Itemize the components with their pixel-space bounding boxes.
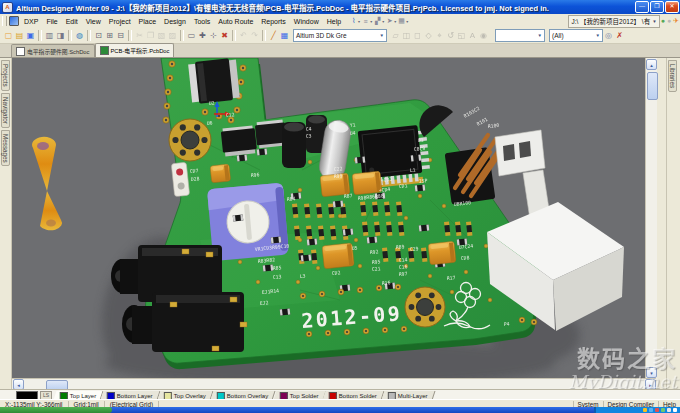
snap-crosshair-icon[interactable]: ⊹	[208, 30, 219, 42]
menu-dxp[interactable]: DXP	[20, 17, 42, 26]
layer-tab-label: Bottom Layer	[117, 392, 153, 398]
menu-edit[interactable]: Edit	[62, 17, 82, 26]
rotate-tool-icon[interactable]: ↺	[445, 30, 456, 42]
menu-place[interactable]: Place	[135, 17, 161, 26]
window-title: Altium Designer Winter 09 - J:\【我的新项目201…	[16, 2, 635, 13]
project-path-selector[interactable]: J:\ 【我的新项目2012】 \有 ▼	[568, 15, 659, 28]
tray-update-icon[interactable]	[643, 408, 647, 412]
vertical-scrollbar[interactable]: ▴ ▾	[645, 58, 657, 378]
tray-volume-icon[interactable]	[649, 408, 653, 412]
altium-dxp-icon[interactable]: ✈	[673, 17, 679, 24]
utilities-tool-icon[interactable]: ▞	[373, 17, 382, 25]
dip-ic	[188, 58, 240, 104]
menu-project[interactable]: Project	[105, 17, 135, 26]
footprint-mode-icon[interactable]: ▱	[390, 30, 401, 42]
vertical-scroll-thumb[interactable]	[647, 72, 658, 100]
print-preview-icon[interactable]: ◨	[55, 30, 66, 42]
svg-text:D28: D28	[191, 176, 200, 182]
menu-help[interactable]: Help	[323, 17, 345, 26]
menu-design[interactable]: Design	[160, 17, 190, 26]
dimension-icon[interactable]: ⌖	[434, 30, 445, 42]
zoom-fit-icon[interactable]: ⊡	[93, 30, 104, 42]
toolbar-separator	[68, 30, 72, 41]
panel-tab-libraries[interactable]: Libraries	[668, 60, 677, 92]
wiring-tool-icon[interactable]: ⌇	[349, 17, 358, 25]
minimize-button[interactable]: —	[635, 1, 649, 13]
pcb-3d-viewport[interactable]: 2012-09 U2C12U6CD7D28C4C3Y1U4C22R99+CD3+…	[0, 58, 680, 389]
panel-tab-projects[interactable]: Projects	[1, 60, 10, 91]
open-document-icon[interactable]: ▤	[14, 30, 25, 42]
polygon-pour-icon[interactable]: ◇	[423, 30, 434, 42]
tray-network-icon[interactable]	[661, 408, 665, 412]
home-page-icon[interactable]: ●	[661, 17, 665, 24]
select-area-icon[interactable]: ▭	[186, 30, 197, 42]
board-insight-icon[interactable]: ▦	[279, 30, 290, 42]
redo-icon[interactable]: ↷	[249, 30, 260, 42]
filter-selector[interactable]: (All) ▼	[549, 29, 603, 42]
filter-value: (All)	[552, 32, 564, 39]
move-object-icon[interactable]: ✚	[197, 30, 208, 42]
mounting-hole-bottom	[405, 287, 445, 327]
toolbar-separator	[38, 30, 42, 41]
string-tool-icon[interactable]: A	[467, 30, 478, 42]
component-placement-icon[interactable]: ◫	[401, 30, 412, 42]
workspace-icon[interactable]: ●	[667, 17, 671, 24]
tray-antivirus-icon[interactable]	[655, 408, 659, 412]
menu-reports[interactable]: Reports	[257, 17, 290, 26]
navigation-tool-icon[interactable]: ➤	[385, 17, 394, 25]
browser-sphere-icon[interactable]: ◍	[74, 30, 85, 42]
document-tab-pcb[interactable]: PCB-电平指示.PcbDoc	[95, 43, 175, 57]
undo-icon[interactable]: ↶	[238, 30, 249, 42]
restore-button[interactable]: ❐	[650, 1, 664, 13]
new-document-icon[interactable]: ▢	[3, 30, 14, 42]
scroll-up-icon[interactable]: ▴	[646, 59, 657, 70]
scroll-down-icon[interactable]: ▾	[646, 367, 657, 378]
menu-view[interactable]: View	[82, 17, 105, 26]
mask-level-selector[interactable]: ▼	[495, 29, 545, 42]
room-tool-icon[interactable]: ◻	[412, 30, 423, 42]
pcb-document-icon	[100, 46, 109, 55]
clear-mask-icon[interactable]: ✗	[614, 30, 625, 42]
svg-text:U4: U4	[350, 130, 356, 136]
align-left-icon[interactable]: ◱	[456, 30, 467, 42]
duplicate-icon[interactable]: ▨	[167, 30, 178, 42]
zoom-area-icon[interactable]: ⊞	[104, 30, 115, 42]
molex-header	[495, 130, 545, 176]
dxp-menu-icon	[9, 16, 19, 26]
layer-tab-label: Top Solder	[290, 392, 319, 398]
grid-tool-icon[interactable]: ▦	[397, 17, 406, 25]
menu-window[interactable]: Window	[290, 17, 323, 26]
panel-tab-messages[interactable]: Messages	[1, 130, 10, 167]
electrolytic-cap-1	[282, 122, 306, 168]
mask-dim-icon[interactable]: ◎	[603, 30, 614, 42]
save-icon[interactable]: ▣	[25, 30, 36, 42]
menu-tools[interactable]: Tools	[190, 17, 214, 26]
menu-file[interactable]: File	[42, 17, 61, 26]
cut-icon[interactable]: ✂	[134, 30, 145, 42]
paste-icon[interactable]: ▧	[156, 30, 167, 42]
chevron-down-icon: ▾	[358, 19, 360, 24]
toolbar-icons: ▢▤▣▥◨◍⊡⊞⊟✂❐▧▨▭✚⊹✖↶↷╱▦	[3, 30, 290, 42]
view-configuration-selector[interactable]: Altium 3D Dk Gre ▼	[293, 29, 387, 42]
document-tab-sch[interactable]: 电平指示硬件图.SchDoc	[11, 44, 95, 57]
mounting-hole-top	[169, 119, 211, 161]
alignment-tool-icon[interactable]: ≡	[361, 18, 370, 25]
zoom-selected-icon[interactable]: ⊟	[115, 30, 126, 42]
interactive-routing-icon[interactable]: ╱	[268, 30, 279, 42]
svg-text:C12: C12	[226, 112, 235, 118]
project-path-label: J:\ 【我的新项目2012】 \有	[571, 16, 650, 26]
layer-tab-label: Top Layer	[70, 392, 96, 398]
print-icon[interactable]: ▥	[44, 30, 55, 42]
tray-ime-icon[interactable]	[667, 408, 671, 412]
close-button[interactable]: ✕	[665, 1, 679, 13]
svg-text:R17: R17	[447, 275, 456, 281]
copy-icon[interactable]: ❐	[145, 30, 156, 42]
tray-clock-icon[interactable]	[673, 408, 677, 412]
start-button[interactable]	[0, 407, 112, 413]
panel-tab-navigator[interactable]: Navigator	[1, 93, 10, 128]
clear-selection-icon[interactable]: ✖	[219, 30, 230, 42]
svg-text:L3: L3	[300, 273, 306, 279]
layer-tab-label: Top Overlay	[174, 392, 206, 398]
menu-auto-route[interactable]: Auto Route	[214, 17, 257, 26]
pad-tool-icon[interactable]: ◉	[478, 30, 489, 42]
